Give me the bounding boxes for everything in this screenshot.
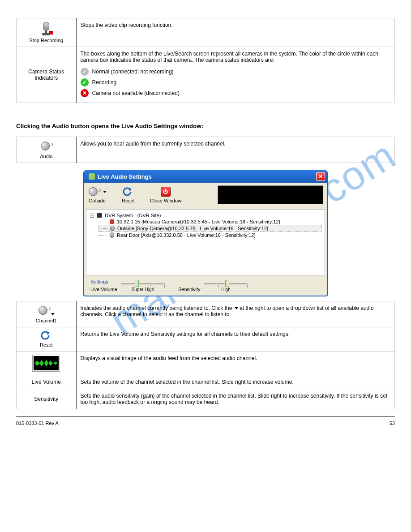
page-footer: 015-0333-01 Rev A 53	[16, 416, 395, 426]
status-indicators-title-cell: Camera Status Indicators	[17, 47, 77, 103]
tree-item[interactable]: 10.32.0.15 [Messoa Camera@10.32.5.45 - L…	[98, 219, 322, 225]
app-icon	[89, 173, 95, 180]
reset-desc: Returns the Live Volume and Sensitivity …	[77, 327, 395, 352]
window-titlebar: Live Audio Settings ✕	[84, 170, 327, 183]
microphone-icon	[110, 226, 115, 231]
checkmark-green-icon: ✓	[81, 78, 89, 86]
microphone-stop-icon	[40, 22, 52, 35]
speaker-icon	[40, 141, 52, 151]
status-intro-text: The boxes along the bottom of the Live/S…	[81, 51, 391, 63]
reset-icon-cell: Reset	[17, 327, 77, 352]
close-icon[interactable]: ✕	[316, 172, 325, 181]
tree-item[interactable]: Rear Door [Axis@10.332.0.56 - Live Volum…	[98, 232, 322, 238]
sensitivity-desc: Sets the audio sensitivity (gain) of the…	[77, 389, 395, 409]
camera-icon	[110, 219, 114, 224]
channel-tree[interactable]: − DVR System - (DVR Site) 10.32.0.15 [Me…	[86, 209, 325, 275]
x-red-icon: ✕	[81, 89, 89, 97]
tree-root[interactable]: − DVR System - (DVR Site)	[89, 212, 322, 219]
waveform-icon-cell	[17, 352, 77, 375]
chevron-down-icon	[51, 313, 55, 315]
footer-doc-number: 015-0333-01 Rev A	[16, 420, 59, 426]
sensitivity-slider[interactable]	[204, 283, 248, 284]
live-volume-slider-block: Live Volume Super-High	[90, 286, 165, 292]
tree-item-label: Outside [Sony Camera@10.32.5.78 - Live V…	[117, 226, 268, 231]
sensitivity-value: High	[204, 287, 248, 292]
reset-arrow-icon	[40, 331, 52, 340]
live-audio-settings-window: Live Audio Settings ✕ Outside Reset ⏻ Cl…	[83, 170, 328, 296]
waveform-icon	[33, 355, 60, 371]
speaker-icon	[38, 305, 50, 316]
live-volume-slider[interactable]	[121, 283, 165, 284]
live-volume-label: Live Volume	[90, 287, 117, 292]
microphone-icon	[110, 232, 114, 238]
audio-section-title: Clicking the Audio button opens the Live…	[16, 123, 395, 129]
collapse-icon[interactable]: −	[90, 214, 94, 218]
channel-label: Channel1	[20, 318, 73, 323]
footer-page-number: 53	[390, 420, 395, 426]
channel-desc: Indicates the audio channel currently be…	[77, 301, 395, 327]
live-volume-value: Super-High	[121, 287, 165, 292]
reset-arrow-icon	[122, 187, 134, 196]
reset-label: Reset	[122, 198, 135, 203]
chevron-down-icon	[235, 307, 238, 309]
stop-recording-cell: Stop Recording	[17, 18, 77, 47]
window-title: Live Audio Settings	[98, 173, 316, 180]
status-indicators-desc-cell: The boxes along the bottom of the Live/S…	[77, 47, 395, 103]
sensitivity-slider-block: Sensitivity High	[178, 286, 248, 292]
outside-label: Outside	[88, 198, 107, 203]
table-recording-status: Stop Recording Stops the video clip reco…	[16, 18, 395, 103]
table-audio-controls: Channel1 Indicates the audio channel cur…	[16, 301, 395, 409]
audio-label: Audio	[20, 154, 73, 159]
channel-icon-cell: Channel1	[17, 301, 77, 327]
table-audio-button: Audio Allows you to hear audio from the …	[16, 137, 395, 163]
outside-button[interactable]: Outside	[88, 185, 107, 203]
audio-icon-cell: Audio	[17, 137, 77, 163]
status-gray-text: Normal (connected; not recording)	[92, 69, 174, 75]
reset-label: Reset	[20, 342, 73, 348]
tree-root-label: DVR System - (DVR Site)	[105, 213, 161, 218]
tree-item-label: Rear Door [Axis@10.332.0.56 - Live Volum…	[117, 232, 256, 238]
sensitivity-title-cell: Sensitivity	[17, 389, 77, 409]
live-volume-title-cell: Live Volume	[17, 375, 77, 389]
power-icon: ⏻	[161, 187, 171, 197]
checkmark-gray-icon: ✓	[81, 68, 89, 76]
status-red-text: Camera not available (disconnected)	[92, 90, 180, 96]
channel-desc-part1: Indicates the audio channel currently be…	[81, 305, 234, 311]
tree-item-selected[interactable]: Outside [Sony Camera@10.32.5.78 - Live V…	[98, 225, 322, 232]
toolbar-waveform-preview	[218, 185, 323, 204]
stop-recording-label: Stop Recording	[20, 38, 73, 43]
speaker-icon	[88, 186, 100, 197]
close-window-label: Close Window	[150, 198, 181, 203]
waveform-desc: Displays a visual image of the audio fee…	[77, 352, 395, 375]
stop-recording-desc: Stops the video clip recording function.	[77, 18, 395, 47]
tree-item-label: 10.32.0.15 [Messoa Camera@10.32.5.45 - L…	[117, 219, 280, 224]
chevron-down-icon	[103, 191, 107, 193]
sensitivity-label: Sensitivity	[178, 287, 201, 292]
live-volume-desc: Sets the volume of the channel selected …	[77, 375, 395, 389]
close-window-button[interactable]: ⏻ Close Window	[150, 185, 181, 203]
window-toolbar: Outside Reset ⏻ Close Window	[84, 183, 327, 207]
settings-group: Settings Live Volume Super-High Sensitiv…	[87, 277, 324, 293]
dvr-icon	[97, 213, 102, 218]
reset-button[interactable]: Reset	[122, 185, 135, 203]
status-green-text: Recording	[92, 79, 117, 86]
audio-desc: Allows you to hear audio from the curren…	[77, 137, 395, 163]
